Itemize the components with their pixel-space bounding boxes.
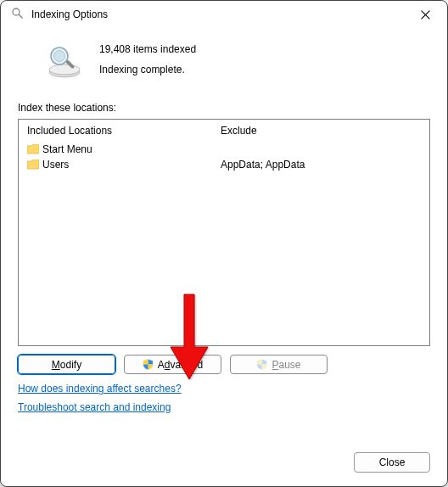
pause-button-label: Pause <box>272 359 300 371</box>
shield-icon <box>143 359 154 370</box>
svg-point-7 <box>54 51 65 62</box>
list-item[interactable]: Start Menu <box>27 142 421 157</box>
close-icon <box>421 10 430 20</box>
help-link-troubleshoot[interactable]: Troubleshoot search and indexing <box>18 401 430 413</box>
pause-button: Pause <box>230 355 328 374</box>
help-link-how[interactable]: How does indexing affect searches? <box>18 383 182 395</box>
window-title: Indexing Options <box>31 8 401 20</box>
included-location-text: Start Menu <box>42 143 92 155</box>
advanced-button[interactable]: Advanced <box>124 355 221 374</box>
window-close-button[interactable] <box>408 3 442 26</box>
advanced-button-label: Advanced <box>158 359 203 371</box>
button-row: Modify Advanced <box>18 355 430 374</box>
close-button[interactable]: Close <box>354 452 430 473</box>
footer: Close <box>354 452 430 473</box>
included-location-text: Users <box>42 159 69 171</box>
exclude-text: AppData; AppData <box>221 159 421 171</box>
modify-button-label: Modify <box>52 359 81 371</box>
titlebar: Indexing Options <box>1 1 447 28</box>
status-row: 19,408 items indexed Indexing complete. <box>18 35 430 98</box>
folder-icon <box>27 160 39 170</box>
list-item[interactable]: Users AppData; AppData <box>27 157 421 172</box>
locations-list: Included Locations Exclude Start Menu <box>18 119 430 346</box>
app-icon <box>11 7 25 23</box>
shield-icon <box>256 359 267 370</box>
indexing-state-text: Indexing complete. <box>99 64 196 76</box>
locations-label: Index these locations: <box>18 102 430 114</box>
svg-line-1 <box>19 14 22 18</box>
modify-button[interactable]: Modify <box>18 355 115 374</box>
magnifier-drive-icon <box>45 42 84 83</box>
close-button-label: Close <box>379 456 406 468</box>
items-indexed-text: 19,408 items indexed <box>99 43 196 55</box>
folder-icon <box>27 144 39 154</box>
column-header-exclude[interactable]: Exclude <box>221 125 421 137</box>
content-area: 19,408 items indexed Indexing complete. … <box>1 28 447 423</box>
indexing-options-window: Indexing Options 19,408 items indexed <box>0 0 448 487</box>
column-header-included[interactable]: Included Locations <box>27 125 221 137</box>
svg-point-5 <box>49 64 80 75</box>
